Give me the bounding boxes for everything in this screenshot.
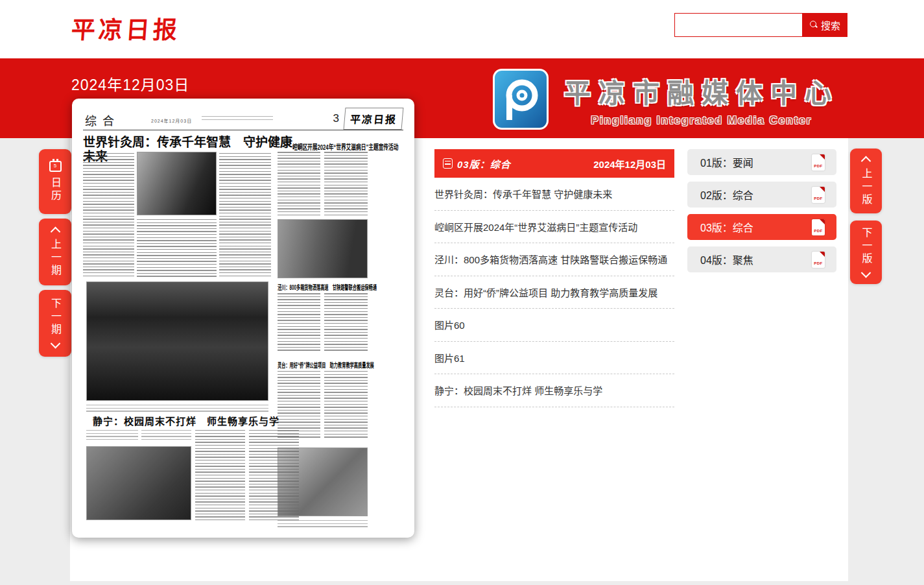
page-item-01[interactable]: 01版：要闻 PDF	[687, 149, 836, 175]
calendar-day: 5	[54, 163, 56, 169]
np-text-col	[83, 153, 134, 278]
prev-issue-button[interactable]: 上一期	[39, 219, 71, 285]
calendar-button-label: 日历	[47, 177, 63, 203]
prev-page-button[interactable]: 上一版	[850, 149, 882, 213]
np-photo-caption	[86, 405, 268, 412]
np-text-col	[137, 219, 217, 278]
media-center-subtitle: Pingliang Integrated Media Center	[591, 114, 812, 127]
pdf-icon[interactable]: PDF	[812, 252, 825, 268]
page-item-label: 02版：综合	[700, 187, 812, 202]
pdf-icon[interactable]: PDF	[812, 187, 825, 203]
np-text-col	[324, 293, 368, 353]
np-headline-campus-weekend: 静宁：校园周末不打烊 师生畅享乐与学	[93, 414, 279, 427]
search-bar: 搜索	[674, 13, 847, 37]
page-item-label: 03版：综合	[700, 219, 812, 235]
np-meta-staff	[202, 116, 273, 121]
media-center-brand: 平凉市融媒体中心 Pingliang Integrated Media Cent…	[493, 69, 839, 130]
pdf-icon[interactable]: PDF	[812, 154, 825, 171]
prev-page-label: 上一版	[859, 168, 874, 207]
article-link[interactable]: 灵台：用好“侨”牌公益项目 助力教育教学高质量发展	[434, 276, 674, 309]
page-item-04[interactable]: 04版：聚焦 PDF	[687, 246, 836, 272]
np-headline-charity-project: 灵台：用好“侨”牌公益项目 助力教育教学高质量发展	[278, 360, 374, 370]
photo-library-reading	[86, 446, 191, 520]
chevron-up-icon	[861, 156, 871, 166]
np-section-name: 综合	[85, 112, 120, 128]
photo-traffic-accident	[278, 219, 368, 278]
np-text-col	[324, 371, 368, 440]
article-link[interactable]: 泾川：800多箱货物洒落高速 甘陕路警联合搬运保畅通	[434, 243, 674, 276]
np-meta-date: 2024年12月03日	[151, 117, 192, 124]
np-text-col	[324, 152, 368, 215]
page-list-panel: 01版：要闻 PDF 02版：综合 PDF 03版：综合 PDF 04版：聚焦 …	[687, 149, 836, 279]
article-link[interactable]: 崆峒区开展2024年“世界艾滋病日”主题宣传活动	[434, 211, 674, 244]
document-icon	[443, 158, 453, 169]
calendar-button[interactable]: 5 日历	[39, 149, 71, 214]
prev-issue-label: 上一期	[47, 239, 63, 278]
issue-date: 2024年12月03日	[71, 73, 189, 95]
calendar-icon: 5	[49, 161, 62, 172]
np-text-col	[278, 293, 320, 353]
pdf-icon-label: PDF	[812, 261, 825, 265]
newspaper-page-content: 综合 2024年12月03日 3 平凉日报 世界针灸周：传承千年智慧 守护健康未…	[72, 99, 414, 538]
next-page-button[interactable]: 下一版	[850, 221, 882, 284]
np-headline-aids-day: 崆峒区开展2024年“世界艾滋病日”主题宣传活动	[292, 141, 398, 152]
np-page-number: 3	[333, 112, 339, 125]
search-button-label: 搜索	[821, 18, 840, 32]
page-item-label: 04版：聚焦	[700, 252, 812, 267]
spiral-p-icon	[502, 78, 539, 121]
chevron-down-icon	[861, 267, 871, 278]
np-masthead-block: 3 平凉日报	[333, 108, 403, 130]
np-byline	[86, 430, 138, 442]
site-header: 平凉日报 搜索	[0, 0, 924, 58]
article-link[interactable]: 世界针灸周：传承千年智慧 守护健康未来	[434, 178, 674, 211]
pdf-icon-label: PDF	[812, 164, 825, 168]
np-text-col	[195, 430, 245, 520]
np-byline	[141, 430, 191, 442]
next-issue-label: 下一期	[47, 298, 63, 337]
next-issue-button[interactable]: 下一期	[39, 290, 71, 357]
article-list-panel: 03版：综合 2024年12月03日 世界针灸周：传承千年智慧 守护健康未来 崆…	[434, 149, 674, 407]
newspaper-logo[interactable]: 平凉日报	[70, 10, 182, 45]
article-link[interactable]: 静宁：校园周末不打烊 师生畅享乐与学	[434, 374, 674, 407]
media-center-title-block: 平凉市融媒体中心 Pingliang Integrated Media Cent…	[564, 71, 839, 127]
photo-acupuncture	[137, 152, 217, 215]
np-headline-highway-cargo: 泾川：800多箱货物洒落高速 甘陕路警联合搬运保畅通	[278, 282, 377, 292]
article-list-date: 2024年12月03日	[593, 157, 666, 171]
page-item-03-active[interactable]: 03版：综合 PDF	[687, 214, 836, 240]
article-link[interactable]: 图片61	[434, 342, 674, 375]
search-icon	[810, 21, 818, 29]
pdf-icon-label: PDF	[812, 197, 825, 200]
current-page-label: 03版：综合	[457, 157, 511, 171]
chevron-down-icon	[50, 339, 60, 349]
np-masthead: 平凉日报	[343, 108, 403, 130]
search-button[interactable]: 搜索	[803, 13, 847, 37]
next-page-label: 下一版	[859, 227, 874, 266]
article-list-header: 03版：综合 2024年12月03日	[434, 149, 674, 178]
np-text-col	[278, 152, 320, 215]
pdf-icon[interactable]: PDF	[812, 219, 825, 235]
article-link[interactable]: 图片60	[434, 309, 674, 342]
chevron-up-icon	[50, 227, 60, 237]
np-header-rule	[83, 130, 403, 130]
search-input[interactable]	[674, 13, 803, 37]
newspaper-page-image[interactable]: 综合 2024年12月03日 3 平凉日报 世界针灸周：传承千年智慧 守护健康未…	[72, 99, 414, 538]
page-item-label: 01版：要闻	[700, 154, 812, 170]
page: 平凉日报 搜索 2024年12月03日 平凉市融媒体中心 Pingliang I…	[0, 0, 924, 585]
media-center-logo-icon	[493, 69, 549, 130]
photo-model-competition	[86, 281, 268, 401]
page-item-02[interactable]: 02版：综合 PDF	[687, 182, 836, 208]
pdf-icon-label: PDF	[812, 229, 825, 233]
np-text-col	[249, 430, 299, 520]
np-text-col	[219, 153, 271, 278]
media-center-title: 平凉市融媒体中心	[564, 71, 839, 110]
np-photo-caption	[278, 520, 368, 528]
